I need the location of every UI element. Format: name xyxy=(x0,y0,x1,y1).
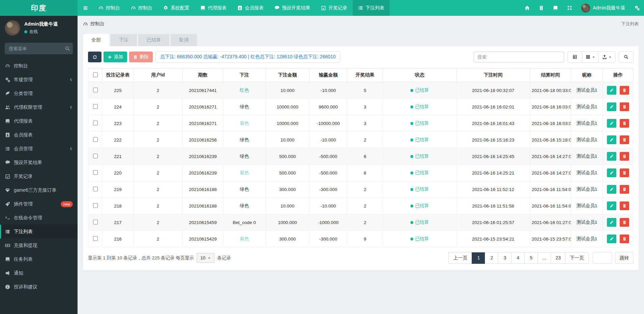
sidebar-item[interactable]: 会员管理 xyxy=(0,142,78,156)
row-delete-button[interactable] xyxy=(620,185,629,194)
edit-button[interactable] xyxy=(607,201,616,210)
row-checkbox[interactable] xyxy=(93,137,98,142)
status-badge: 已结算 xyxy=(410,170,429,176)
sidebar-item[interactable]: 在线命令管理 xyxy=(0,211,78,225)
pagination-page[interactable]: 4 xyxy=(511,252,525,264)
sidebar-item[interactable]: game6三方充值订单 xyxy=(0,183,78,197)
breadcrumb[interactable]: 控制台 xyxy=(83,21,105,27)
pagination-page[interactable]: 5 xyxy=(524,252,538,264)
settings-button[interactable] xyxy=(630,0,644,16)
navbar-item[interactable]: 控制台 xyxy=(125,0,158,16)
row-delete-button[interactable] xyxy=(620,102,629,111)
refresh-button[interactable] xyxy=(88,52,101,62)
edit-button[interactable] xyxy=(607,86,616,95)
trash-icon xyxy=(539,5,544,10)
pagination-page[interactable]: 下一页 xyxy=(565,252,589,264)
row-delete-button[interactable] xyxy=(620,152,629,161)
row-checkbox[interactable] xyxy=(93,187,98,191)
sidebar-item[interactable]: 预设开奖结果 xyxy=(0,156,78,169)
sidebar-item[interactable]: 代理报表 xyxy=(0,114,78,128)
sidebar-item[interactable]: 会员报表 xyxy=(0,128,78,142)
tab[interactable]: 全部 xyxy=(83,34,109,46)
table-search-input[interactable] xyxy=(474,52,564,62)
navbar-item[interactable]: 会员报表 xyxy=(232,0,269,16)
columns-button[interactable] xyxy=(582,51,599,63)
search-button[interactable] xyxy=(619,51,634,63)
navbar-icon-button[interactable] xyxy=(534,0,548,16)
pagination-page[interactable]: 1 xyxy=(472,252,485,264)
select-all-checkbox[interactable] xyxy=(93,72,98,77)
row-checkbox[interactable] xyxy=(93,236,98,241)
sidebar-item[interactable]: 插件管理 new xyxy=(0,197,78,211)
brand-logo[interactable]: 印度 xyxy=(0,0,78,16)
navbar-item[interactable]: 系统配置 xyxy=(158,0,195,16)
row-delete-button[interactable] xyxy=(620,135,629,144)
sidebar-search-button[interactable] xyxy=(65,46,70,51)
edit-button[interactable] xyxy=(607,135,616,144)
row-delete-button[interactable] xyxy=(620,201,629,210)
user-menu[interactable]: Admin我最牛逼 xyxy=(577,0,630,16)
sidebar-item[interactable]: 充值和提现 xyxy=(0,239,78,252)
edit-button[interactable] xyxy=(607,185,616,194)
detail-view-button[interactable] xyxy=(567,51,582,63)
row-checkbox[interactable] xyxy=(93,203,98,208)
navbar-item[interactable]: 代理报表 xyxy=(195,0,232,16)
pagination-page[interactable]: 2 xyxy=(485,252,498,264)
cell-amount: 10.000 xyxy=(266,198,310,214)
sidebar-item-label: 预设开奖结果 xyxy=(14,160,42,166)
edit-button[interactable] xyxy=(607,168,616,177)
edit-button[interactable] xyxy=(607,218,616,227)
row-checkbox[interactable] xyxy=(93,88,98,92)
row-checkbox[interactable] xyxy=(93,220,98,224)
jump-button[interactable]: 跳转 xyxy=(615,252,634,264)
tab[interactable]: 已结算 xyxy=(138,34,169,46)
pagination-page[interactable]: 23 xyxy=(551,252,565,264)
navbar-item[interactable]: 预设开奖结果 xyxy=(269,0,316,16)
row-delete-button[interactable] xyxy=(620,234,629,243)
row-checkbox[interactable] xyxy=(93,104,98,109)
navbar-item[interactable]: 控制台 xyxy=(93,0,125,16)
export-button[interactable] xyxy=(598,51,615,63)
sidebar-item[interactable]: 常规管理 xyxy=(0,73,78,87)
sidebar-item[interactable]: 任务列表 xyxy=(0,252,78,266)
sidebar-item[interactable]: 开奖记录 xyxy=(0,169,78,183)
edit-button[interactable] xyxy=(607,102,616,111)
edit-button[interactable] xyxy=(607,234,616,243)
sidebar-item-label: 投诉和建议 xyxy=(14,284,37,290)
sidebar-item[interactable]: 下注列表 xyxy=(0,225,78,239)
sidebar-item[interactable]: 代理权限管理 xyxy=(0,100,78,114)
pagination-page[interactable]: ... xyxy=(537,252,551,264)
edit-button[interactable] xyxy=(607,119,616,128)
row-delete-button[interactable] xyxy=(620,86,629,95)
sidebar-toggle-button[interactable] xyxy=(78,0,93,16)
row-checkbox[interactable] xyxy=(93,154,98,158)
pagination-page[interactable]: 3 xyxy=(498,252,511,264)
sidebar-item[interactable]: 分类管理 xyxy=(0,87,78,100)
row-delete-button[interactable] xyxy=(620,119,629,128)
navbar-item[interactable]: 下注列表 xyxy=(353,0,390,16)
row-delete-button[interactable] xyxy=(620,218,629,227)
sidebar-item[interactable]: 控制台 xyxy=(0,59,78,73)
sidebar-item[interactable]: 通知 xyxy=(0,266,78,280)
navbar-icon-button[interactable] xyxy=(520,0,534,16)
pagination-page[interactable]: 上一页 xyxy=(448,252,472,264)
row-delete-button[interactable] xyxy=(620,168,629,177)
navbar-icon-button[interactable] xyxy=(548,0,562,16)
cell-bet-time: 2021-06-16 14:25:45 xyxy=(457,148,530,165)
row-checkbox[interactable] xyxy=(93,170,98,175)
cell-settle-time: 2021-06-16 14:27:01 xyxy=(530,165,571,181)
edit-button[interactable] xyxy=(607,152,616,161)
sidebar-item-icon xyxy=(5,229,10,234)
sidebar-search-input[interactable] xyxy=(5,43,73,54)
tab[interactable]: 取消 xyxy=(171,34,197,46)
new-badge: new xyxy=(61,201,73,207)
sidebar-item[interactable]: 投诉和建议 xyxy=(0,280,78,294)
tab[interactable]: 下注 xyxy=(111,34,137,46)
page-size-dropdown[interactable]: 10 xyxy=(197,253,214,263)
row-checkbox[interactable] xyxy=(93,121,98,125)
add-button[interactable]: 添加 xyxy=(104,52,127,62)
delete-button[interactable]: 删除 xyxy=(129,52,153,62)
navbar-item[interactable]: 开奖记录 xyxy=(316,0,353,16)
jump-page-input[interactable] xyxy=(593,252,612,264)
navbar-icon-button[interactable] xyxy=(562,0,577,16)
